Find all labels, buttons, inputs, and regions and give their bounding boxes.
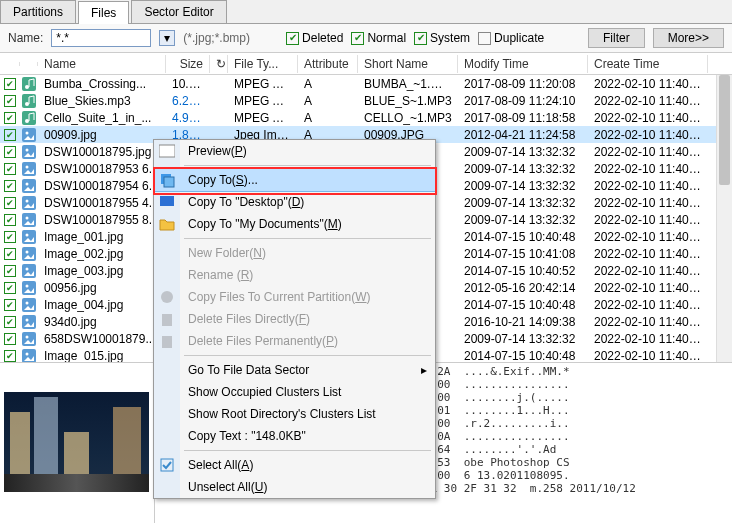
cell-create: 2022-02-10 11:40:33 — [588, 332, 708, 346]
svg-point-7 — [26, 131, 29, 134]
header-shortname[interactable]: Short Name — [358, 55, 458, 73]
ctx-copy-current-partition: Copy Files To Current Partition(W) — [154, 286, 435, 308]
cell-name: 934d0.jpg — [38, 315, 166, 329]
row-checkbox[interactable]: ✔ — [0, 95, 20, 107]
ctx-preview[interactable]: Preview(P) — [154, 140, 435, 162]
row-checkbox[interactable]: ✔ — [0, 316, 20, 328]
cell-create: 2022-02-10 11:40:33 — [588, 349, 708, 363]
row-checkbox[interactable]: ✔ — [0, 299, 20, 311]
row-checkbox[interactable]: ✔ — [0, 78, 20, 90]
header-checkbox[interactable] — [0, 62, 20, 66]
row-checkbox[interactable]: ✔ — [0, 146, 20, 158]
svg-point-38 — [161, 291, 173, 303]
cell-name: Image_002.jpg — [38, 247, 166, 261]
cell-modify: 2016-10-21 14:09:38 — [458, 315, 588, 329]
row-checkbox[interactable]: ✔ — [0, 333, 20, 345]
header-attribute[interactable]: Attribute — [298, 55, 358, 73]
deleted-checkbox[interactable]: ✔Deleted — [286, 31, 343, 45]
cell-create: 2022-02-10 11:40:32 — [588, 77, 708, 91]
ctx-unselect-all[interactable]: Unselect All(U) — [154, 476, 435, 498]
ctx-select-all[interactable]: Select All(A) — [154, 454, 435, 476]
cell-shortname: CELLO_~1.MP3 — [358, 111, 458, 125]
normal-checkbox[interactable]: ✔Normal — [351, 31, 406, 45]
system-checkbox[interactable]: ✔System — [414, 31, 470, 45]
cell-modify: 2014-07-15 10:41:08 — [458, 247, 588, 261]
copy-icon — [159, 172, 175, 188]
header-name[interactable]: Name — [38, 55, 166, 73]
row-checkbox[interactable]: ✔ — [0, 214, 20, 226]
audio-icon — [22, 77, 36, 91]
cell-modify: 2014-07-15 10:40:48 — [458, 349, 588, 363]
cell-name: Image_015.jpg — [38, 349, 166, 363]
cell-name: Image_001.jpg — [38, 230, 166, 244]
filter-button[interactable]: Filter — [588, 28, 645, 48]
cell-modify: 2009-07-14 13:32:32 — [458, 162, 588, 176]
row-checkbox[interactable]: ✔ — [0, 180, 20, 192]
scrollbar-thumb[interactable] — [719, 75, 730, 185]
more-button[interactable]: More>> — [653, 28, 724, 48]
submenu-arrow-icon: ▸ — [421, 363, 427, 377]
row-checkbox[interactable]: ✔ — [0, 129, 20, 141]
ctx-copy-to[interactable]: Copy To(S)... — [154, 169, 435, 191]
image-icon — [22, 298, 36, 312]
tab-bar: Partitions Files Sector Editor — [0, 0, 732, 24]
table-row[interactable]: ✔Bumba_Crossing...10.6...MPEG Audi...ABU… — [0, 75, 732, 92]
cell-attr: A — [298, 111, 358, 125]
row-checkbox[interactable]: ✔ — [0, 197, 20, 209]
cell-modify: 2012-05-16 20:42:14 — [458, 281, 588, 295]
header-create[interactable]: Create Time — [588, 55, 708, 73]
svg-point-33 — [26, 352, 29, 355]
row-checkbox[interactable]: ✔ — [0, 231, 20, 243]
cell-name: 00956.jpg — [38, 281, 166, 295]
cell-create: 2022-02-10 11:40:33 — [588, 264, 708, 278]
row-checkbox[interactable]: ✔ — [0, 248, 20, 260]
tab-sector-editor[interactable]: Sector Editor — [131, 0, 226, 23]
partition-icon — [159, 289, 175, 305]
cell-shortname: BUMBA_~1.MP3 — [358, 77, 458, 91]
tab-partitions[interactable]: Partitions — [0, 0, 76, 23]
header-recover-icon[interactable]: ↻ — [210, 55, 228, 73]
table-row[interactable]: ✔Cello_Suite_1_in_...4.9MBMPEG Audi...AC… — [0, 109, 732, 126]
row-checkbox[interactable]: ✔ — [0, 350, 20, 362]
svg-rect-40 — [162, 336, 172, 348]
cell-name: DSW1000187953 6... — [38, 162, 166, 176]
table-row[interactable]: ✔Blue_Skies.mp36.2MBMPEG Audi...ABLUE_S~… — [0, 92, 732, 109]
ctx-copy-desktop[interactable]: Copy To "Desktop"(D) — [154, 191, 435, 213]
pattern-dropdown-icon[interactable]: ▾ — [159, 30, 175, 46]
deleted-label: Deleted — [302, 31, 343, 45]
row-checkbox[interactable]: ✔ — [0, 112, 20, 124]
svg-point-29 — [26, 318, 29, 321]
svg-point-13 — [26, 182, 29, 185]
header-modify[interactable]: Modify Time — [458, 55, 588, 73]
cell-modify: 2009-07-14 13:32:32 — [458, 213, 588, 227]
image-icon — [22, 128, 36, 142]
cell-modify: 2009-07-14 13:32:32 — [458, 196, 588, 210]
svg-point-21 — [26, 250, 29, 253]
ctx-goto-sector[interactable]: Go To File Data Sector▸ — [154, 359, 435, 381]
cell-attr: A — [298, 94, 358, 108]
ctx-show-root-clusters[interactable]: Show Root Directory's Clusters List — [154, 403, 435, 425]
header-filetype[interactable]: File Ty... — [228, 55, 298, 73]
ctx-copy-mydocs[interactable]: Copy To "My Documents"(M) — [154, 213, 435, 235]
cell-name: 00909.jpg — [38, 128, 166, 142]
cell-filetype: MPEG Audi... — [228, 77, 298, 91]
cell-modify: 2017-08-09 11:24:10 — [458, 94, 588, 108]
ctx-show-occupied[interactable]: Show Occupied Clusters List — [154, 381, 435, 403]
cell-create: 2022-02-10 11:40:33 — [588, 162, 708, 176]
ctx-copy-text[interactable]: Copy Text : "148.0KB" — [154, 425, 435, 447]
image-icon — [22, 196, 36, 210]
row-checkbox[interactable]: ✔ — [0, 265, 20, 277]
row-checkbox[interactable]: ✔ — [0, 282, 20, 294]
header-size[interactable]: Size — [166, 55, 210, 73]
tab-files[interactable]: Files — [78, 1, 129, 24]
cell-name: DSW1000187954 6... — [38, 179, 166, 193]
vertical-scrollbar[interactable] — [716, 75, 732, 362]
table-header: Name Size ↻ File Ty... Attribute Short N… — [0, 53, 732, 75]
image-icon — [22, 179, 36, 193]
name-pattern-input[interactable] — [51, 29, 151, 47]
row-checkbox[interactable]: ✔ — [0, 163, 20, 175]
cell-attr: A — [298, 77, 358, 91]
cell-name: DSW1000187955 4... — [38, 196, 166, 210]
duplicate-checkbox[interactable]: ✔Duplicate — [478, 31, 544, 45]
delete-icon — [159, 311, 175, 327]
